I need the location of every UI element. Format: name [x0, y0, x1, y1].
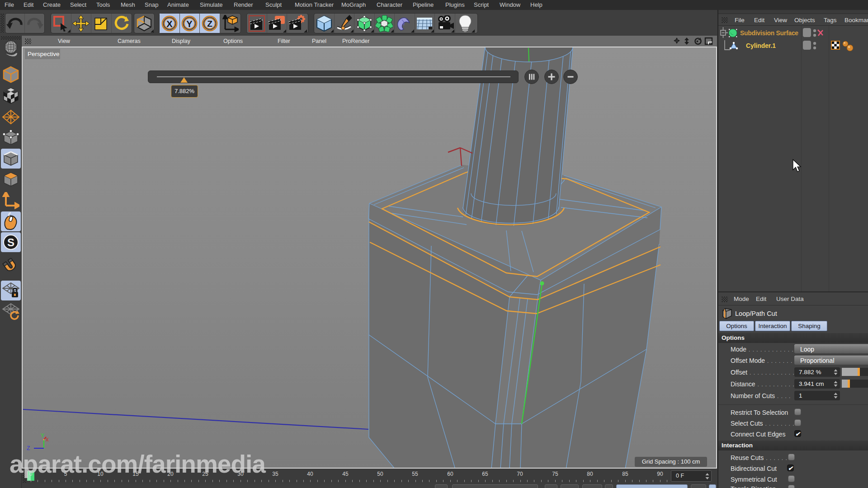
svg-text:Subdivision Surface: Subdivision Surface [740, 30, 798, 37]
svg-text:Y: Y [41, 432, 44, 439]
svg-text:X: X [166, 19, 173, 28]
svg-text:S: S [7, 236, 14, 249]
svg-text:Y: Y [187, 19, 193, 28]
svg-text:Cylinder.1: Cylinder.1 [746, 42, 776, 49]
svg-text:Z: Z [207, 19, 212, 28]
svg-text:X: X [46, 437, 49, 442]
